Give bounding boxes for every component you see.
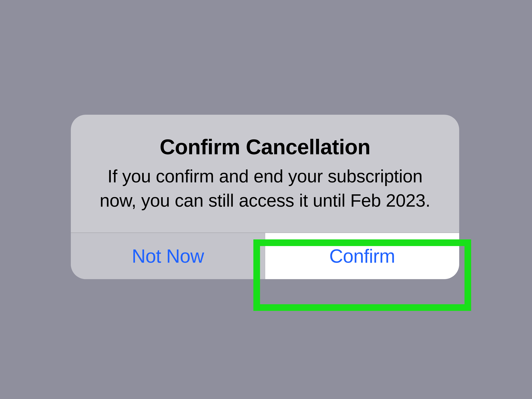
dialog-title: Confirm Cancellation bbox=[94, 135, 436, 159]
dialog-button-row: Not Now Confirm bbox=[71, 233, 459, 279]
not-now-button[interactable]: Not Now bbox=[71, 233, 265, 279]
dialog-body: Confirm Cancellation If you confirm and … bbox=[71, 115, 459, 233]
dialog-message: If you confirm and end your subscription… bbox=[94, 164, 436, 213]
confirm-button[interactable]: Confirm bbox=[265, 233, 459, 279]
confirm-cancellation-dialog: Confirm Cancellation If you confirm and … bbox=[71, 115, 459, 279]
